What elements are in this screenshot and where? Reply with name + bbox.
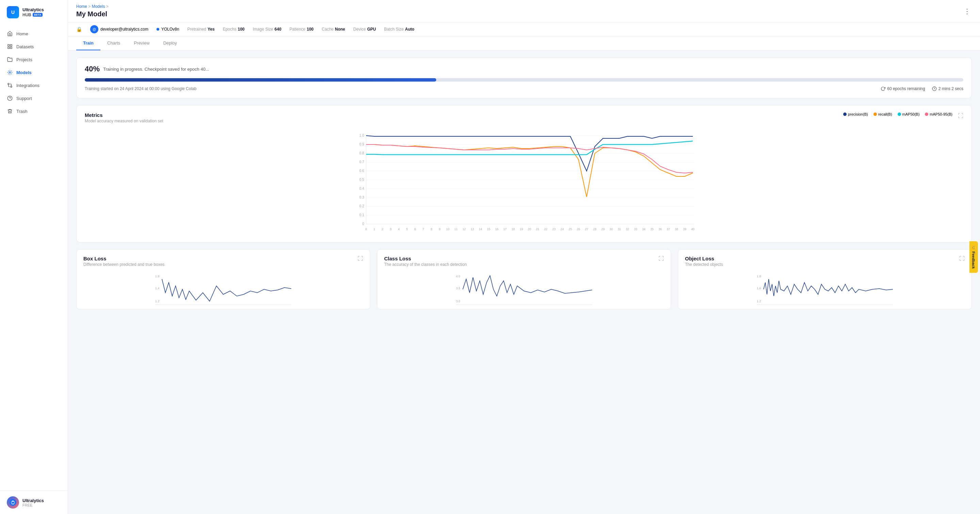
user-badge: @ developer@ultralytics.com — [90, 25, 148, 33]
sidebar-item-home-label: Home — [16, 31, 28, 36]
tabs: Train Charts Preview Deploy — [68, 36, 980, 51]
box-loss-svg: 1.8 1.4 1.2 — [83, 272, 363, 306]
svg-point-4 — [9, 72, 11, 73]
recall-line — [366, 144, 693, 197]
tab-charts[interactable]: Charts — [100, 36, 127, 50]
svg-text:24: 24 — [560, 227, 564, 231]
metrics-expand-button[interactable]: ⛶ — [958, 113, 963, 119]
lock-icon: 🔒 — [76, 27, 82, 32]
patience-meta: Patience 100 — [290, 27, 314, 32]
yolo-dot-icon — [156, 28, 159, 30]
svg-text:0: 0 — [362, 222, 364, 226]
beta-badge: BETA — [33, 13, 43, 17]
more-options-button[interactable]: ⋮ — [962, 6, 972, 17]
metrics-chart: 1.0 0.9 0.8 0.7 0.6 0.5 0.4 0.3 0.2 0.1 … — [85, 129, 963, 234]
legend-recall: recall(B) — [873, 112, 892, 116]
training-footer: Training started on 24 April 2024 at 00:… — [85, 86, 963, 91]
object-loss-expand-button[interactable]: ⛶ — [959, 255, 965, 262]
logo-area: U Ultralytics HUB BETA — [0, 0, 68, 24]
svg-text:0.3: 0.3 — [360, 195, 364, 199]
svg-text:30: 30 — [609, 227, 613, 231]
image-size-label: Image Size — [253, 27, 273, 32]
pretrained-value: Yes — [208, 27, 215, 32]
sidebar-item-projects[interactable]: Projects — [0, 53, 68, 66]
sidebar-item-models[interactable]: Models — [0, 66, 68, 79]
svg-text:0.9: 0.9 — [360, 143, 364, 146]
sidebar-item-integrations-label: Integrations — [16, 83, 40, 88]
svg-text:1.2: 1.2 — [757, 300, 761, 303]
svg-point-6 — [8, 83, 9, 85]
svg-text:0.7: 0.7 — [360, 160, 364, 164]
svg-text:0.1: 0.1 — [360, 213, 364, 217]
svg-text:8: 8 — [430, 227, 432, 231]
object-loss-title: Object Loss — [685, 255, 723, 262]
svg-rect-2 — [8, 47, 10, 49]
svg-text:5: 5 — [406, 227, 408, 231]
svg-text:1.8: 1.8 — [155, 274, 159, 278]
svg-text:4: 4 — [398, 227, 399, 231]
sidebar-item-integrations[interactable]: Integrations — [0, 79, 68, 92]
legend-label-map50-95: mAP50-95(B) — [930, 112, 953, 116]
svg-text:35: 35 — [650, 227, 654, 231]
box-loss-expand-button[interactable]: ⛶ — [358, 255, 363, 262]
object-loss-header: Object Loss The detected objects ⛶ — [685, 255, 965, 267]
svg-text:32: 32 — [626, 227, 629, 231]
metrics-chart-container: 1.0 0.9 0.8 0.7 0.6 0.5 0.4 0.3 0.2 0.1 … — [85, 129, 963, 235]
pretrained-label: Pretrained — [188, 27, 206, 32]
sidebar-item-support[interactable]: Support — [0, 92, 68, 105]
legend-map50: mAP50(B) — [898, 112, 920, 116]
epochs-remaining: 60 epochs remaining — [881, 86, 925, 91]
tab-preview[interactable]: Preview — [127, 36, 156, 50]
image-size-meta: Image Size 640 — [253, 27, 282, 32]
tab-deploy[interactable]: Deploy — [156, 36, 184, 50]
sidebar-item-datasets[interactable]: Datasets — [0, 40, 68, 53]
epochs-remaining-text: 60 epochs remaining — [887, 86, 925, 91]
feedback-icon: 😊 — [972, 246, 976, 250]
class-loss-header: Class Loss The accuracy of the classes i… — [384, 255, 664, 267]
object-loss-svg: 1.8 1.6 1.2 — [685, 272, 965, 306]
svg-text:0: 0 — [365, 227, 367, 231]
sidebar-item-trash[interactable]: Trash — [0, 105, 68, 117]
small-charts-row: Box Loss Difference between predicted an… — [76, 249, 972, 309]
svg-text:21: 21 — [536, 227, 539, 231]
svg-text:37: 37 — [667, 227, 670, 231]
epochs-meta: Epochs 100 — [223, 27, 245, 32]
cache-label: Cache — [322, 27, 334, 32]
sidebar-item-home[interactable]: Home — [0, 27, 68, 40]
map50-line — [366, 141, 693, 155]
user-info: Ultralytics FREE — [22, 498, 44, 507]
time-remaining: 2 mins 2 secs — [932, 86, 963, 91]
object-loss-chart: 1.8 1.6 1.2 — [685, 272, 965, 303]
class-loss-subtitle: The accuracy of the classes in each dete… — [384, 262, 467, 267]
pretrained-meta: Pretrained Yes — [188, 27, 215, 32]
svg-text:3.0: 3.0 — [456, 300, 460, 303]
class-loss-expand-button[interactable]: ⛶ — [659, 255, 664, 262]
svg-text:18: 18 — [511, 227, 515, 231]
svg-text:1.4: 1.4 — [155, 287, 159, 290]
svg-text:19: 19 — [520, 227, 523, 231]
breadcrumb-models[interactable]: Models — [92, 4, 105, 9]
svg-text:39: 39 — [683, 227, 686, 231]
epochs-value: 100 — [238, 27, 245, 32]
feedback-button[interactable]: 😊 Feedback — [969, 241, 978, 273]
svg-text:1.6: 1.6 — [757, 287, 761, 290]
sidebar-item-support-label: Support — [16, 96, 32, 101]
class-loss-title: Class Loss — [384, 255, 467, 262]
svg-text:0.4: 0.4 — [360, 187, 364, 190]
legend-label-precision: precision(B) — [848, 112, 868, 116]
integrations-icon — [7, 82, 13, 88]
breadcrumb-home[interactable]: Home — [76, 4, 87, 9]
legend-precision: precision(B) — [843, 112, 868, 116]
image-size-value: 640 — [275, 27, 282, 32]
tab-train[interactable]: Train — [76, 36, 100, 50]
yolo-badge: YOLOv8n — [156, 27, 179, 32]
class-loss-chart: 4.0 3.5 3.0 — [384, 272, 664, 303]
object-loss-card: Object Loss The detected objects ⛶ 1.8 1… — [678, 249, 972, 309]
user-plan: FREE — [22, 503, 44, 507]
sidebar-footer: Ultralytics FREE — [0, 490, 68, 514]
models-icon — [7, 69, 13, 76]
header-left: Home > Models > My Model — [76, 4, 108, 18]
svg-text:16: 16 — [495, 227, 498, 231]
legend-dot-precision — [843, 113, 846, 116]
sidebar-nav: Home Datasets Projects — [0, 24, 68, 490]
